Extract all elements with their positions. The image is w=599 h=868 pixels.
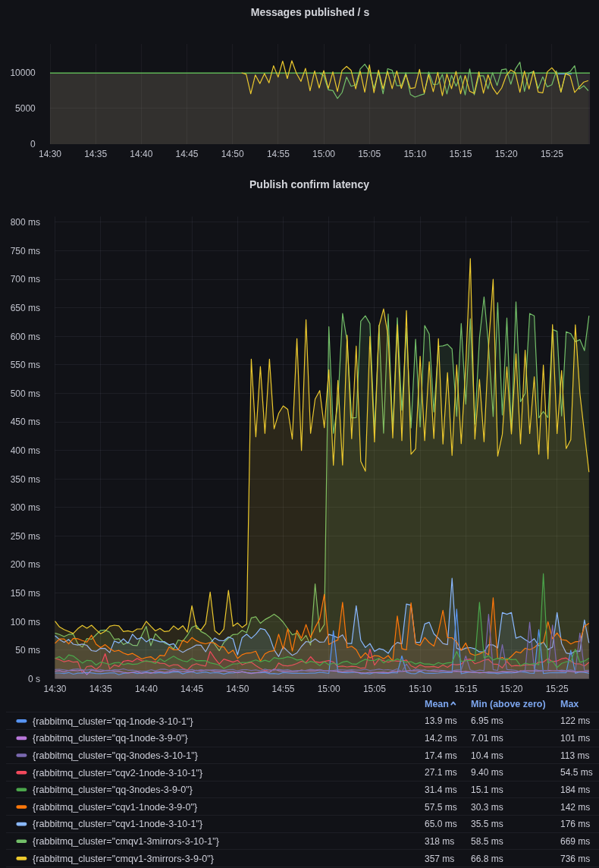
svg-text:15:20: 15:20: [500, 684, 522, 694]
svg-text:15:05: 15:05: [358, 149, 381, 159]
svg-text:15:10: 15:10: [403, 149, 426, 159]
svg-text:{rabbitmq_cluster="qq-1node-3-: {rabbitmq_cluster="qq-1node-3-10-1"}: [33, 716, 193, 727]
svg-text:14:30: 14:30: [43, 684, 66, 694]
svg-text:65.0 ms: 65.0 ms: [425, 819, 457, 829]
svg-text:14:45: 14:45: [180, 684, 203, 694]
svg-text:15:00: 15:00: [318, 684, 340, 694]
svg-text:100 ms: 100 ms: [11, 617, 40, 627]
svg-text:300 ms: 300 ms: [11, 502, 40, 513]
svg-text:15:05: 15:05: [363, 684, 386, 694]
svg-text:200 ms: 200 ms: [11, 559, 40, 570]
svg-text:450 ms: 450 ms: [11, 417, 40, 427]
svg-text:35.5 ms: 35.5 ms: [471, 819, 503, 829]
svg-text:Max: Max: [560, 699, 579, 709]
svg-text:7.01 ms: 7.01 ms: [471, 733, 503, 744]
svg-text:750 ms: 750 ms: [11, 246, 40, 256]
svg-text:650 ms: 650 ms: [11, 303, 40, 313]
svg-text:500 ms: 500 ms: [11, 388, 40, 399]
svg-text:669 ms: 669 ms: [560, 836, 590, 847]
svg-text:14:40: 14:40: [130, 149, 152, 159]
svg-text:{rabbitmq_cluster="cmqv1-3mirr: {rabbitmq_cluster="cmqv1-3mirrors-3-10-1…: [33, 836, 219, 847]
svg-text:30.3 ms: 30.3 ms: [471, 802, 503, 813]
svg-text:14:45: 14:45: [175, 149, 198, 159]
svg-text:{rabbitmq_cluster="qq-1node-3-: {rabbitmq_cluster="qq-1node-3-9-0"}: [33, 733, 188, 744]
svg-text:{rabbitmq_cluster="cmqv1-3mirr: {rabbitmq_cluster="cmqv1-3mirrors-3-9-0"…: [33, 854, 214, 864]
svg-text:142 ms: 142 ms: [560, 802, 590, 813]
svg-text:184 ms: 184 ms: [560, 785, 590, 795]
svg-text:66.8 ms: 66.8 ms: [471, 854, 503, 864]
svg-text:17.4 ms: 17.4 ms: [425, 750, 457, 761]
svg-text:150 ms: 150 ms: [11, 588, 40, 599]
svg-text:14:55: 14:55: [267, 149, 290, 159]
svg-text:27.1 ms: 27.1 ms: [425, 767, 457, 778]
svg-text:113 ms: 113 ms: [560, 750, 589, 761]
svg-text:58.5 ms: 58.5 ms: [471, 836, 503, 847]
svg-text:176 ms: 176 ms: [560, 819, 590, 829]
svg-text:Messages published / s: Messages published / s: [251, 6, 370, 18]
svg-text:Min (above zero): Min (above zero): [471, 699, 546, 709]
svg-text:{rabbitmq_cluster="qq-3nodes-3: {rabbitmq_cluster="qq-3nodes-3-9-0"}: [33, 785, 193, 795]
svg-text:{rabbitmq_cluster="cqv2-1node-: {rabbitmq_cluster="cqv2-1node-3-10-1"}: [33, 768, 202, 778]
svg-text:15:20: 15:20: [495, 149, 518, 159]
svg-text:15:10: 15:10: [409, 684, 431, 694]
svg-text:Publish confirm latency: Publish confirm latency: [249, 178, 369, 190]
svg-text:Mean: Mean: [425, 699, 449, 709]
svg-text:250 ms: 250 ms: [11, 531, 40, 542]
svg-text:14:35: 14:35: [84, 149, 107, 159]
svg-text:14:50: 14:50: [221, 149, 244, 159]
svg-text:54.5 ms: 54.5 ms: [560, 767, 593, 778]
svg-text:{rabbitmq_cluster="qq-3nodes-3: {rabbitmq_cluster="qq-3nodes-3-10-1"}: [33, 750, 198, 761]
svg-text:14:30: 14:30: [39, 149, 61, 159]
svg-text:15:25: 15:25: [546, 684, 569, 694]
svg-text:50 ms: 50 ms: [15, 645, 40, 656]
svg-text:10000: 10000: [10, 68, 36, 78]
svg-text:15:25: 15:25: [541, 149, 563, 159]
svg-text:400 ms: 400 ms: [11, 445, 40, 456]
svg-text:0 s: 0 s: [28, 674, 40, 684]
svg-text:122 ms: 122 ms: [560, 715, 590, 726]
svg-text:700 ms: 700 ms: [11, 274, 40, 285]
svg-text:14:35: 14:35: [89, 684, 112, 694]
svg-text:57.5 ms: 57.5 ms: [425, 802, 457, 813]
svg-text:0: 0: [30, 139, 36, 149]
svg-text:14:55: 14:55: [271, 684, 294, 694]
svg-text:101 ms: 101 ms: [560, 733, 590, 744]
svg-text:14.2 ms: 14.2 ms: [425, 733, 457, 744]
svg-text:6.95 ms: 6.95 ms: [471, 715, 503, 726]
svg-text:{rabbitmq_cluster="cqv1-1node-: {rabbitmq_cluster="cqv1-1node-3-9-0"}: [33, 802, 197, 813]
svg-text:350 ms: 350 ms: [11, 474, 40, 485]
svg-text:15:15: 15:15: [454, 684, 477, 694]
svg-text:10.4 ms: 10.4 ms: [471, 750, 503, 761]
svg-text:{rabbitmq_cluster="cqv1-1node-: {rabbitmq_cluster="cqv1-1node-3-10-1"}: [33, 819, 202, 829]
svg-text:736 ms: 736 ms: [560, 854, 590, 864]
svg-text:600 ms: 600 ms: [11, 332, 40, 342]
svg-text:15.1 ms: 15.1 ms: [471, 785, 503, 795]
svg-text:14:50: 14:50: [226, 684, 249, 694]
svg-text:15:15: 15:15: [449, 149, 472, 159]
svg-text:357 ms: 357 ms: [425, 854, 454, 864]
svg-text:800 ms: 800 ms: [11, 217, 40, 228]
svg-text:9.40 ms: 9.40 ms: [471, 767, 503, 778]
svg-text:5000: 5000: [15, 103, 36, 114]
svg-text:15:00: 15:00: [312, 149, 335, 159]
svg-text:318 ms: 318 ms: [425, 836, 454, 847]
svg-text:31.4 ms: 31.4 ms: [425, 785, 457, 795]
svg-text:13.9 ms: 13.9 ms: [425, 715, 457, 726]
svg-text:14:40: 14:40: [135, 684, 158, 694]
svg-text:550 ms: 550 ms: [11, 360, 40, 370]
